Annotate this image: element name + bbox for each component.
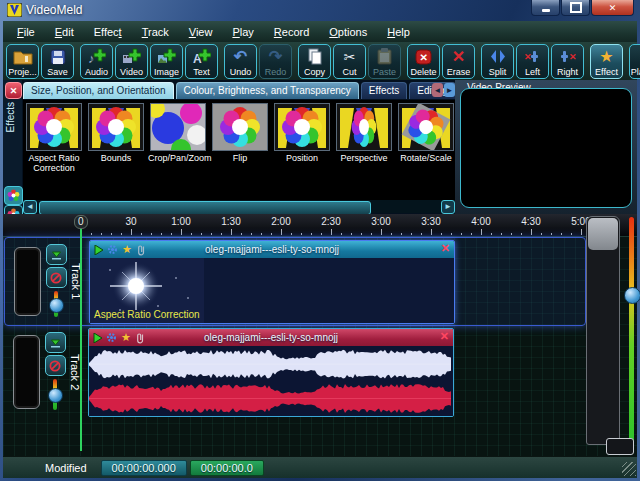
clip-effect-star-icon[interactable]: ★ bbox=[122, 243, 132, 256]
resize-grip[interactable] bbox=[622, 462, 636, 476]
effects-side-tab[interactable]: Effects bbox=[5, 102, 16, 132]
scrollbar-track[interactable] bbox=[38, 201, 440, 213]
effect-item-rotate-scale[interactable]: Rotate/Scale bbox=[395, 103, 455, 200]
track-mute-button[interactable] bbox=[46, 267, 67, 288]
menu-effect[interactable]: Effect bbox=[84, 23, 132, 41]
minimize-icon bbox=[542, 9, 550, 12]
menu-options[interactable]: Options bbox=[319, 23, 377, 41]
minor-tick bbox=[461, 233, 462, 235]
minor-tick bbox=[91, 233, 92, 235]
title-bar: VideoMeld ✕ bbox=[0, 0, 640, 21]
close-button[interactable]: ✕ bbox=[591, 0, 634, 16]
effect-thumbnail[interactable] bbox=[26, 103, 82, 151]
delete-button[interactable]: ✕Delete bbox=[407, 44, 440, 79]
split-button[interactable]: Split bbox=[481, 44, 514, 79]
undo-button[interactable]: ↶Undo bbox=[224, 44, 257, 79]
menu-edit[interactable]: Edit bbox=[45, 23, 84, 41]
effect-thumbnail[interactable] bbox=[150, 103, 206, 151]
clip-settings-gear-icon[interactable] bbox=[107, 244, 118, 255]
clip-close-icon[interactable]: ✕ bbox=[441, 242, 450, 255]
video-clip-header[interactable]: ★ oleg-majjami---esli-ty-so-mnojj ✕ bbox=[90, 241, 454, 258]
menu-track[interactable]: Track bbox=[132, 23, 179, 41]
audio-clip-header[interactable]: ★ oleg-majjami---esli-ty-so-mnojj ✕ bbox=[89, 329, 453, 346]
effect-thumbnail[interactable] bbox=[88, 103, 144, 151]
major-tick bbox=[481, 229, 482, 235]
menu-record[interactable]: Record bbox=[264, 23, 319, 41]
effect-item-perspective[interactable]: Perspective bbox=[333, 103, 395, 200]
tab-colour-brightness-and-tr[interactable]: Colour, Brightness, and Transparency bbox=[176, 82, 359, 99]
effect-thumbnail[interactable] bbox=[398, 103, 454, 151]
track1-lane[interactable]: ★ oleg-majjami---esli-ty-so-mnojj ✕ Aspe… bbox=[88, 238, 585, 325]
toolbar-button-label: Split bbox=[489, 67, 507, 78]
save-button[interactable]: Save bbox=[41, 44, 74, 79]
menu-file[interactable]: File bbox=[7, 23, 45, 41]
clip-effect-star-icon[interactable]: ★ bbox=[121, 331, 131, 344]
minimize-button[interactable] bbox=[531, 0, 560, 16]
clip-close-icon[interactable]: ✕ bbox=[440, 330, 449, 343]
slider-knob[interactable] bbox=[624, 287, 640, 304]
clip-link-paperclip-icon[interactable] bbox=[136, 244, 146, 256]
clip-play-icon[interactable] bbox=[94, 245, 103, 255]
scroll-right-button[interactable]: ► bbox=[441, 200, 455, 214]
audio-clip-waveform[interactable] bbox=[89, 346, 453, 416]
right-button[interactable]: ✕Right bbox=[551, 44, 584, 79]
ruler-label: 4:30 bbox=[521, 216, 540, 227]
audio-clip[interactable]: ★ oleg-majjami---esli-ty-so-mnojj ✕ bbox=[88, 328, 454, 417]
timeline-vertical-scrollbar[interactable] bbox=[586, 216, 620, 445]
color-wheel-tab-button[interactable] bbox=[4, 186, 23, 205]
scrollbar-thumb[interactable] bbox=[39, 201, 371, 215]
scrollbar-thumb[interactable] bbox=[588, 218, 618, 250]
video-clip[interactable]: ★ oleg-majjami---esli-ty-so-mnojj ✕ Aspe… bbox=[89, 240, 455, 324]
tab-effects[interactable]: Effects bbox=[361, 82, 407, 99]
tab-scroll-left-button[interactable]: ◄ bbox=[432, 83, 443, 97]
erase-button[interactable]: ✕Erase bbox=[442, 44, 475, 79]
major-tick bbox=[231, 229, 232, 235]
audio-button[interactable]: ♪Audio bbox=[80, 44, 113, 79]
left-button[interactable]: ✕Left bbox=[516, 44, 549, 79]
clip-link-paperclip-icon[interactable] bbox=[135, 332, 145, 344]
level-meter bbox=[13, 335, 40, 409]
track-mute-button[interactable] bbox=[45, 355, 66, 376]
copy-button[interactable]: Copy bbox=[298, 44, 331, 79]
track2-lane[interactable]: ★ oleg-majjami---esli-ty-so-mnojj ✕ bbox=[87, 326, 584, 418]
menu-help[interactable]: Help bbox=[377, 23, 420, 41]
playhead[interactable] bbox=[80, 215, 82, 451]
effect-thumbnail[interactable] bbox=[212, 103, 268, 151]
video-button[interactable]: Video bbox=[115, 44, 148, 79]
slider-knob[interactable] bbox=[48, 388, 63, 403]
video-clip-body[interactable]: Aspect Ratio Correction bbox=[90, 258, 454, 323]
menu-play[interactable]: Play bbox=[222, 23, 263, 41]
track-volume-slider[interactable] bbox=[47, 379, 63, 411]
slider-knob[interactable] bbox=[49, 298, 64, 313]
text-button[interactable]: AText bbox=[185, 44, 218, 79]
timeline-ruler[interactable]: 301:001:302:002:303:003:304:004:305:00 bbox=[3, 214, 637, 237]
scroll-left-button[interactable]: ◄ bbox=[23, 200, 37, 214]
image-button[interactable]: Image bbox=[150, 44, 183, 79]
panel-close-button[interactable]: ✕ bbox=[5, 82, 22, 99]
arrow-down-icon bbox=[51, 249, 62, 260]
tab-size-position-and-orient[interactable]: Size, Position, and Orientation bbox=[23, 82, 174, 99]
proje-button[interactable]: Proje... bbox=[6, 44, 39, 79]
clip-play-icon[interactable] bbox=[93, 333, 102, 343]
track-record-button[interactable] bbox=[45, 332, 66, 353]
effect-item-crop-pan-zoom[interactable]: Crop/Pan/Zoom bbox=[147, 103, 209, 200]
track-record-button[interactable] bbox=[46, 244, 67, 265]
effect-thumbnail[interactable] bbox=[274, 103, 330, 151]
maximize-button[interactable] bbox=[561, 0, 590, 16]
menu-view[interactable]: View bbox=[179, 23, 223, 41]
track-volume-slider[interactable] bbox=[48, 291, 64, 319]
effect-button[interactable]: ★Effect bbox=[590, 44, 623, 79]
effect-item-bounds[interactable]: Bounds bbox=[85, 103, 147, 200]
cut-button[interactable]: ✂Cut bbox=[333, 44, 366, 79]
master-volume-slider[interactable] bbox=[625, 217, 637, 449]
effect-item-position[interactable]: Position bbox=[271, 103, 333, 200]
minor-tick bbox=[391, 233, 392, 235]
tab-scroll-right-button[interactable]: ► bbox=[444, 83, 455, 97]
effect-item-aspect-ratio-correction[interactable]: Aspect Ratio Correction bbox=[23, 103, 85, 200]
effect-thumbnail[interactable] bbox=[336, 103, 392, 151]
play-all-button[interactable]: Play All bbox=[629, 44, 640, 79]
clip-settings-gear-icon[interactable] bbox=[106, 332, 117, 343]
playhead-handle[interactable]: 0 bbox=[74, 215, 88, 229]
effect-item-flip[interactable]: Flip bbox=[209, 103, 271, 200]
effect-label: Position bbox=[272, 153, 332, 163]
